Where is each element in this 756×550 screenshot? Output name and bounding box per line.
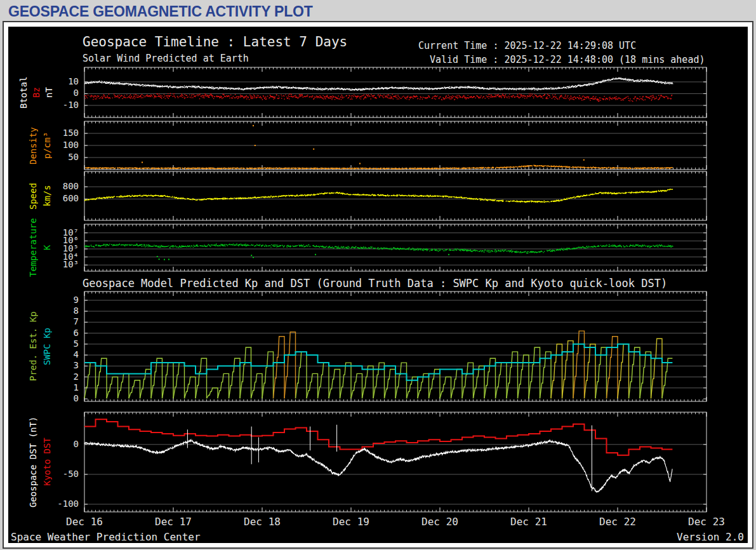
series-pred-est-kp [451,370,463,399]
series-pred-est-kp [462,363,474,398]
axis-label-temperature-0: Temperature [27,224,39,271]
panel-frame-solar-wind-b [84,67,706,117]
series-pred-est-kp [129,380,140,399]
series-pred-est-kp [551,344,562,398]
footer-credit: Space Weather Prediction Center [11,531,201,543]
series-pred-est-kp [284,332,296,398]
page-title: GEOSPACE GEOMAGNETIC ACTIVITY PLOT [8,3,313,20]
series-pred-est-kp [562,341,574,399]
outlier-point [164,259,165,260]
xaxis-date-label: Dec 20 [414,516,465,528]
xaxis-date-label: Dec 21 [503,516,554,528]
series-pred-est-kp [362,366,374,398]
series-pred-est-kp [351,373,362,398]
series-pred-est-kp [496,363,507,398]
series-pred-est-kp [340,363,352,398]
series-temperature [84,244,673,253]
outlier-point [253,125,254,126]
series-pred-est-kp [162,363,174,398]
xaxis-date-label: Dec 18 [237,516,288,528]
outlier-point [255,145,256,146]
series-pred-est-kp [307,373,318,398]
outlier-point [583,159,585,161]
plot-title: Geospace Timeline : Latest 7 Days [83,34,347,50]
outlier-point [253,257,254,258]
series-pred-est-kp [218,373,229,398]
series-pred-est-kp [474,366,485,398]
xaxis-date-label: Dec 22 [592,516,643,528]
outlier-point [448,254,449,255]
axis-label-speed-0: Speed [27,171,39,220]
series-pred-est-kp [651,339,663,398]
series-speed [84,189,673,203]
series-pred-est-kp [585,344,596,398]
axis-label-kp-1: SWPC Kp [41,292,53,401]
outlier-point [251,255,252,256]
axis-label-dst-1: Kyoto DST [41,412,53,512]
series-pred-est-kp [274,337,285,399]
series-pred-est-kp [385,370,396,399]
series-pred-est-kp [607,337,618,399]
xaxis-date-label: Dec 17 [148,516,199,528]
series-pred-est-kp [484,358,496,398]
series-pred-est-kp [229,358,241,398]
page: GEOSPACE GEOMAGNETIC ACTIVITY PLOT Geosp… [0,0,756,550]
axis-label-kp-0: Pred. Est. Kp [27,292,39,401]
series-pred-est-kp [573,331,585,398]
section2-title: Geospace Model Predicted Kp and DST (Gro… [83,277,667,290]
xaxis-date-label: Dec 23 [681,516,732,528]
outlier-point [313,149,314,150]
valid-time-label: Valid Time : 2025-12-22 14:48:00 (18 min… [430,54,705,65]
axis-label-solar-wind-b-0: Btotal [18,67,29,117]
series-geospace-dst [84,439,672,492]
series-pred-est-kp [318,363,329,398]
series-pred-est-kp [618,344,629,398]
outlier-point [142,162,143,163]
series-pred-est-kp [96,358,107,398]
panel-frame-dst [84,412,706,512]
series-pred-est-kp [262,352,274,398]
series-pred-est-kp [173,363,185,398]
outlier-point [315,254,316,255]
series-pred-est-kp [296,352,307,398]
outlier-point [157,256,158,257]
xaxis-date-label: Dec 19 [326,516,376,528]
series-kyoto-dst [84,419,672,455]
series-pred-est-kp [329,370,340,399]
axis-label-density-0: Density [27,121,39,170]
footer-version: Version 2.0 [677,531,744,543]
series-pred-est-kp [507,352,518,398]
series-pred-est-kp [196,358,207,398]
plot-panel: Geospace Timeline : Latest 7 Days Curren… [3,21,753,549]
xaxis-date-label: Dec 16 [59,516,110,528]
series-pred-est-kp [84,363,96,398]
series-pred-est-kp [251,373,263,398]
geospace-plot-image: Geospace Timeline : Latest 7 Days Curren… [8,27,748,543]
axis-label-density-1: p/cm³ [41,121,53,170]
outlier-point [159,258,160,260]
axis-label-temperature-1: K [41,224,53,271]
series-pred-est-kp [662,358,672,398]
series-bz [84,93,672,101]
series-btotal [84,77,673,90]
axis-label-solar-wind-b-1: Bz [30,67,42,117]
axis-label-dst-0: Geospace DST (nT) [27,412,39,512]
axis-label-solar-wind-b-2: nT [43,67,55,117]
series-pred-est-kp [640,352,651,398]
outlier-point [359,163,361,164]
series-pred-est-kp [373,363,385,398]
outlier-point [168,258,169,260]
series-pred-est-kp [151,358,162,398]
series-pred-est-kp [207,388,218,398]
series-pred-est-kp [395,363,407,398]
current-time-label: Current Time : 2025-12-22 14:29:08 UTC [418,40,636,51]
series-pred-est-kp [118,373,129,398]
axis-label-speed-1: km/s [41,171,53,220]
plot-subtitle: Solar Wind Predicted at Earth [83,53,249,64]
